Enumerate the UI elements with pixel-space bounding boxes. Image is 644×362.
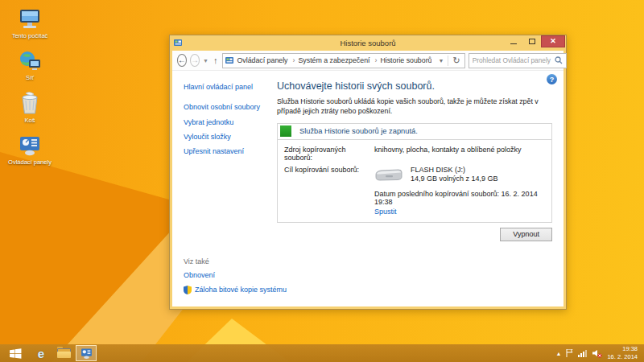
status-details: Zdroj kopírovaných souborů: knihovny, pl… <box>278 140 551 222</box>
turn-off-button[interactable]: Vypnout <box>500 228 552 241</box>
drive-name: FLASH DISK (J:) <box>411 166 498 175</box>
desktop-icon-label: Koš <box>5 117 55 124</box>
copy-target-label: Cíl kopírování souborů: <box>284 166 374 216</box>
this-pc-icon <box>5 5 55 31</box>
breadcrumb: Ovládací panely Systém a zabezpečení His… <box>237 56 431 64</box>
content-area: ? Hlavní ovládací panel Obnovit osobní s… <box>172 71 564 306</box>
desktop-icon-network[interactable]: Síť <box>5 47 55 81</box>
taskbar: e ▲ <box>0 344 644 362</box>
sidebar-item-select-drive[interactable]: Vybrat jednotku <box>184 118 274 127</box>
clock-date: 16. 2. 2014 <box>607 353 638 361</box>
see-also-header: Viz také <box>184 257 312 265</box>
run-now-link[interactable]: Spustit <box>374 208 397 216</box>
desktop-icon-label: Tento počítač <box>5 32 55 39</box>
breadcrumb-control-panel[interactable]: Ovládací panely <box>237 56 287 64</box>
action-center-flag-icon[interactable] <box>566 349 573 357</box>
status-text: Služba Historie souborů je zapnutá. <box>299 127 418 135</box>
desktop-icon-this-pc[interactable]: Tento počítač <box>5 5 55 39</box>
window-body: ← → ▼ ↑ Ovládací panely Systém a zabezpe… <box>172 51 564 306</box>
last-copy-date: Datum posledního kopírování souborů: 16.… <box>374 190 543 206</box>
status-header: Služba Historie souborů je zapnutá. <box>278 124 551 140</box>
page-title: Uchovávejte historii svých souborů. <box>277 80 552 92</box>
address-location-icon <box>225 56 234 65</box>
up-button[interactable]: ↑ <box>213 56 218 65</box>
window-titlebar[interactable]: Historie souborů ✕ <box>170 35 566 51</box>
flash-drive-icon <box>374 168 403 182</box>
uac-shield-icon <box>184 286 192 294</box>
file-explorer-icon <box>57 348 71 358</box>
file-history-status-box: Služba Historie souborů je zapnutá. Zdro… <box>277 123 552 223</box>
maximize-button[interactable] <box>522 35 541 47</box>
sidebar-item-control-panel-home[interactable]: Hlavní ovládací panel <box>184 83 274 92</box>
taskbar-ie-button[interactable]: e <box>31 344 52 362</box>
navigation-toolbar: ← → ▼ ↑ Ovládací panely Systém a zabezpe… <box>172 51 564 71</box>
address-bar[interactable]: Ovládací panely Systém a zabezpečení His… <box>222 53 464 68</box>
forward-button[interactable]: → <box>190 54 200 67</box>
sidebar-item-recovery[interactable]: Obnovení <box>184 271 312 280</box>
refresh-icon[interactable]: ↻ <box>451 56 461 66</box>
taskbar-explorer-button[interactable] <box>53 344 74 362</box>
forward-arrow-icon: → <box>191 56 199 64</box>
windows-logo-icon <box>10 348 22 359</box>
control-panel-icon <box>5 131 55 157</box>
file-history-window: Historie souborů ✕ ← → ▼ ↑ <box>169 35 567 310</box>
back-button[interactable]: ← <box>177 54 187 67</box>
close-button[interactable]: ✕ <box>541 35 565 47</box>
back-arrow-icon: ← <box>178 56 186 64</box>
page-description: Služba Historie souborů ukládá kopie vaš… <box>277 97 552 117</box>
desktop-icon-recycle-bin[interactable]: Koš <box>5 89 55 124</box>
desktop-icon-control-panel[interactable]: Ovládací panely <box>5 131 55 166</box>
taskbar-clock[interactable]: 19:38 16. 2. 2014 <box>607 345 638 361</box>
clock-time: 19:38 <box>607 345 638 353</box>
recycle-bin-icon <box>5 89 55 115</box>
volume-muted-icon[interactable] <box>592 349 602 358</box>
breadcrumb-file-history[interactable]: Historie souborů <box>371 56 431 64</box>
status-on-indicator <box>280 125 291 137</box>
desktop: Tento počítač Síť <box>0 0 644 362</box>
control-panel-taskbar-icon <box>80 348 93 360</box>
system-tray: ▲ 19:38 16. 2. 2014 <box>556 345 644 361</box>
close-icon: ✕ <box>550 38 556 45</box>
hidden-icons-chevron-icon[interactable]: ▲ <box>556 351 562 356</box>
search-input[interactable] <box>473 56 552 64</box>
desktop-icon-label: Síť <box>5 74 55 81</box>
see-also-section: Viz také Obnovení Záloha bitové kopie sy… <box>184 257 312 300</box>
task-sidebar: Hlavní ovládací panel Obnovit osobní sou… <box>184 83 274 162</box>
desktop-icon-column: Tento počítač Síť <box>5 5 55 174</box>
internet-explorer-icon: e <box>38 348 44 360</box>
sidebar-item-system-image-backup[interactable]: Záloha bitové kopie systému <box>195 286 287 294</box>
desktop-icon-label: Ovládací panely <box>5 158 55 166</box>
maximize-icon <box>529 39 535 44</box>
sidebar-item-restore-files[interactable]: Obnovit osobní soubory <box>184 103 274 112</box>
copy-source-value: knihovny, plocha, kontakty a oblíbené po… <box>374 146 521 162</box>
search-icon[interactable] <box>555 56 563 64</box>
sidebar-item-advanced-settings[interactable]: Upřesnit nastavení <box>184 147 274 156</box>
recent-pages-chevron-icon[interactable]: ▼ <box>203 58 208 64</box>
drive-free-space: 14,9 GB volných z 14,9 GB <box>411 175 498 184</box>
minimize-button[interactable] <box>504 35 522 47</box>
start-button[interactable] <box>0 344 31 362</box>
breadcrumb-system-security[interactable]: Systém a zabezpečení <box>290 56 370 64</box>
search-box[interactable] <box>469 53 567 68</box>
network-icon <box>5 47 55 72</box>
main-panel: Uchovávejte historii svých souborů. Služ… <box>277 80 552 241</box>
network-signal-icon[interactable] <box>578 349 588 357</box>
minimize-icon <box>510 43 517 44</box>
taskbar-control-panel-button-active[interactable] <box>76 345 97 361</box>
address-dropdown-chevron-icon[interactable]: ▼ <box>436 58 445 64</box>
copy-source-label: Zdroj kopírovaných souborů: <box>284 146 374 162</box>
sidebar-item-exclude-folders[interactable]: Vyloučit složky <box>184 133 274 142</box>
